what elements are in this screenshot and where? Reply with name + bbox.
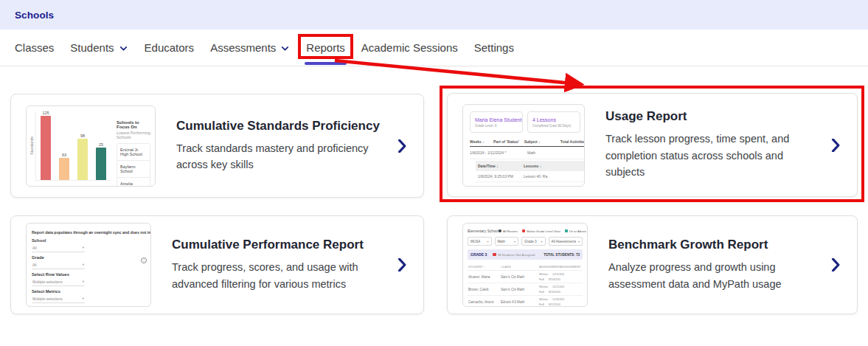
card-title: Cumulative Performance Report [172,238,384,252]
tab-settings[interactable]: Settings [474,30,514,66]
report-card-benchmark-growth-report[interactable]: Elementary School All Rosters Below Grad… [447,215,858,314]
bar-value: 125 [42,111,49,115]
table-row: Brown, Caleb Sam's Cls Math Winter12/1/2… [468,283,583,296]
list-item: Amelia Earhart School [117,177,150,187]
card-description: Track lesson progress, time spent, and c… [605,131,818,180]
stat-card-student: Maria Elena Student Grade Level: 6 [470,111,523,133]
tab-classes[interactable]: Classes [15,30,54,66]
bar [96,148,106,180]
sync-notice: Report data populates through an overnig… [32,230,145,235]
mini-bar-chart: Standards 125 63 98 25 [29,111,111,181]
bar-value: 98 [80,134,85,138]
card-description: Analyze progress and growth using assess… [608,259,818,292]
card-title: Cumulative Standards Proficiency [176,119,384,134]
card-description: Track standards mastery and proficiency … [176,140,384,173]
breadcrumb-bar: Schools [0,0,868,30]
card-title: Benchmark Growth Report [608,238,818,252]
caret-down-icon: ▾ [83,297,84,301]
caret-down-icon: ▾ [541,240,543,243]
alert-square-icon [493,253,496,257]
legend-dot [499,229,501,232]
schools-reports-page: Schools Classes Students Educators Asses… [0,0,868,346]
caret-down-icon: ▾ [578,240,580,243]
chevron-down-icon [280,44,290,53]
chevron-right-icon[interactable] [831,139,841,152]
bar-value: 25 [99,142,103,147]
tab-academic-sessions[interactable]: Academic Sessions [361,30,458,66]
tab-assessments[interactable]: Assessments [210,30,290,66]
school-label: Elementary School [468,229,499,233]
chevron-right-icon[interactable] [397,258,407,271]
chevron-right-icon[interactable] [831,258,841,271]
bar [59,158,69,180]
caret-down-icon: ▾ [83,280,84,284]
tab-students[interactable]: Students [70,30,128,66]
bar [77,139,88,180]
standards-report-thumbnail: Standards 125 63 98 25 [26,105,156,187]
tab-educators[interactable]: Educators [145,30,195,66]
table-row: 1/8/2024, 9:30:07 AM Lesson 41: Au [476,182,584,187]
report-card-cumulative-performance-report[interactable]: Report data populates through an overnig… [10,215,424,314]
report-card-usage-report[interactable]: Maria Elena Student Grade Level: 6 4 Les… [447,93,858,197]
mini-select: MUSA▾ [468,237,492,246]
filter-metrics: Select Metrics Multiple selections▾ [32,289,85,303]
schools-to-focus-panel: Schools to Focus On Lowest Performing Sc… [117,111,150,181]
filter-grade: Grade All▾ [32,255,85,269]
performance-report-thumbnail: Report data populates through an overnig… [26,223,151,307]
filter-row-values: Select Row Values Multiple selections▾ [32,272,85,286]
card-description: Track progress, scores, and usage with a… [172,259,384,292]
bar-value: 63 [62,153,66,157]
caret-down-icon: ▾ [83,263,84,267]
bar [41,116,51,180]
usage-report-thumbnail: Maria Elena Student Grade Level: 6 4 Les… [462,104,585,187]
caret-down-icon: ▾ [487,240,489,243]
filter-school: School All▾ [32,238,85,252]
page-title: Schools [15,10,54,21]
stat-card-lessons: 4 Lessons Completed (Last 90 Days) [527,111,580,133]
legend-square [565,229,568,232]
caret-down-icon: ▾ [514,240,515,243]
chevron-down-icon [119,44,128,53]
active-tab-underline [305,62,347,65]
grade-summary-bar: GRADE 3 38 Students Not Assigned TOTAL S… [468,249,583,260]
tab-bar: Classes Students Educators Assessments R… [0,30,868,66]
mini-select: All Assessments▾ [549,237,583,246]
card-title: Usage Report [605,109,818,124]
usage-mini-table: Weeks ↓ Part of 'Status' Subject ↓ Total… [470,139,584,187]
caret-down-icon: ▾ [83,246,84,250]
table-row: 1/8/2024, 9:25:03 PM Lesson 40: Ra [476,171,584,182]
mini-select: Math▾ [495,237,519,246]
legend-square [522,229,525,232]
table-row: Camacho, Arturo Edna's K3 Math Winter12/… [468,296,583,307]
list-item: Bayfarm School [117,160,150,177]
chevron-right-icon[interactable] [397,139,407,153]
mini-select: Grade 3▾ [521,237,546,246]
list-item: Encinal Jr. High School [117,144,150,160]
benchmark-report-thumbnail: Elementary School All Rosters Below Grad… [462,223,588,307]
report-card-cumulative-standards-proficiency[interactable]: Standards 125 63 98 25 [10,94,424,198]
table-row: Alvarez, Maria Sam's Cls Math Winter12/1… [468,271,583,283]
chart-y-axis-label: Standards [29,136,34,155]
info-icon: i [141,257,147,263]
table-row: 1/8/2024 - 1/12/2024 * Math [470,147,584,159]
legend: All Rosters Below Grade Level Goal On or… [499,229,588,233]
tab-reports[interactable]: Reports [306,30,345,66]
